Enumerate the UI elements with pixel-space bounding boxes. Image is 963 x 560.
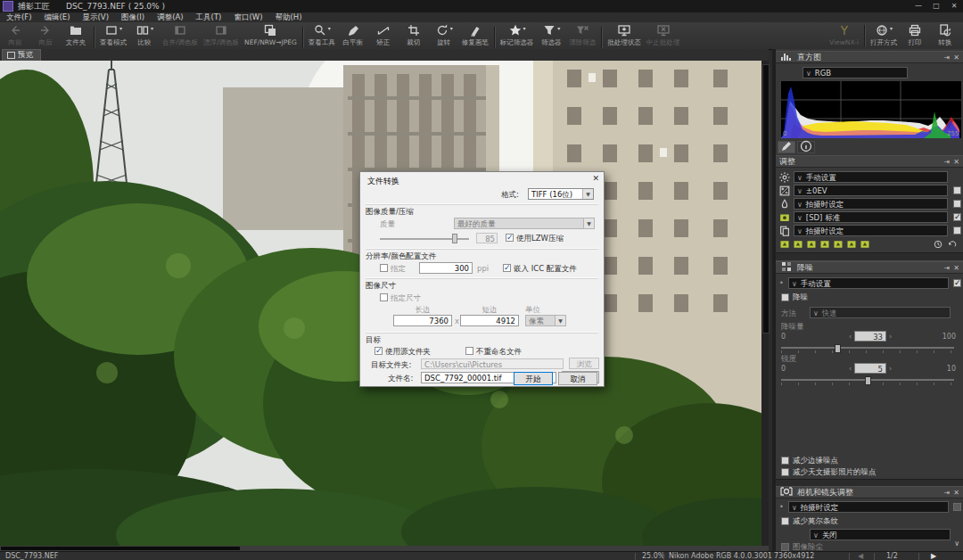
- nr-sharpness-increment[interactable]: ›: [889, 365, 892, 373]
- resolution-input[interactable]: 300: [419, 262, 473, 274]
- nr-method-select[interactable]: ∨快速: [810, 307, 951, 318]
- batch-status-label: 批处理状态: [607, 38, 641, 46]
- menu-item-7[interactable]: 帮助(H): [268, 12, 308, 22]
- rotate-button[interactable]: ▾旋转: [429, 22, 459, 46]
- adjust-shortcut-7-icon[interactable]: [860, 239, 870, 250]
- close-panel-icon[interactable]: ✕: [953, 54, 959, 62]
- edge-noise-checkbox[interactable]: [781, 457, 789, 465]
- close-panel-icon[interactable]: ✕: [953, 489, 959, 497]
- nr-amount-decrement[interactable]: ‹: [849, 333, 852, 341]
- nr-preset-select[interactable]: ∨手动设置: [788, 277, 949, 289]
- menu-item-0[interactable]: 文件(F): [0, 12, 38, 22]
- scroll-down-arrow[interactable]: ∨: [954, 539, 959, 548]
- close-panel-icon[interactable]: ✕: [953, 264, 959, 272]
- nr-sharpness-value[interactable]: 5: [854, 363, 886, 374]
- long-edge-input[interactable]: 7360: [393, 315, 452, 326]
- straighten-button[interactable]: 矫正: [368, 22, 399, 46]
- use-source-folder-checkbox[interactable]: [374, 347, 383, 355]
- picture-control-select[interactable]: ∨[SD] 标准: [794, 211, 948, 223]
- dialog-close-icon[interactable]: ✕: [592, 174, 599, 183]
- exposure-mode-select[interactable]: ∨手动设置: [794, 171, 948, 183]
- histogram-plot: 0 255: [781, 81, 961, 138]
- tab-info[interactable]: [797, 141, 815, 153]
- dock-icon[interactable]: ⇥: [944, 54, 951, 62]
- format-select[interactable]: TIFF (16位)▼: [528, 188, 594, 200]
- prev-image-button[interactable]: ◀: [858, 552, 863, 560]
- next-image-button[interactable]: ▶: [931, 552, 936, 560]
- vertical-scrollbar[interactable]: [761, 61, 769, 546]
- astro-noise-checkbox[interactable]: [781, 468, 789, 476]
- nr-method-label: 方法: [781, 309, 796, 319]
- nr-sharpness-slider-handle[interactable]: [865, 376, 871, 385]
- nr-amount-value[interactable]: 33: [854, 331, 886, 342]
- adjust-shortcut-3-icon[interactable]: [806, 239, 817, 250]
- lzw-checkbox[interactable]: [506, 234, 514, 242]
- stop-batch-button: 中止批处理: [644, 22, 683, 46]
- adjust-shortcut-4-icon[interactable]: [819, 239, 830, 250]
- convert-button[interactable]: 转换: [930, 22, 960, 46]
- start-button[interactable]: 开始: [514, 372, 553, 385]
- exposure-compensation-checkbox[interactable]: [953, 186, 961, 194]
- cancel-button[interactable]: 取消: [558, 372, 597, 385]
- menu-item-5[interactable]: 工具(T): [190, 12, 228, 22]
- picture-control-checkbox[interactable]: [953, 213, 961, 221]
- view-tool-button[interactable]: ▾查看工具: [306, 22, 338, 46]
- short-edge-input[interactable]: 4912: [460, 315, 519, 326]
- close-button[interactable]: ✕: [945, 0, 963, 12]
- retouch-brush-button[interactable]: 修复画笔: [459, 22, 491, 46]
- maximize-button[interactable]: □: [927, 0, 945, 12]
- specify-size-checkbox[interactable]: [380, 293, 388, 301]
- exposure-compensation-select[interactable]: ∨±0EV: [794, 185, 948, 196]
- histogram-channel-select[interactable]: ∨RGB: [802, 67, 908, 78]
- undo-icon[interactable]: [947, 239, 958, 250]
- dock-icon[interactable]: ⇥: [944, 489, 951, 497]
- copy-settings-checkbox[interactable]: [953, 226, 961, 235]
- minimize-button[interactable]: —: [910, 0, 927, 12]
- adjust-shortcut-1-icon[interactable]: [779, 239, 790, 250]
- moire-checkbox[interactable]: [781, 517, 789, 525]
- dock-icon[interactable]: ⇥: [944, 158, 951, 166]
- batch-status-button[interactable]: 批处理状态: [605, 22, 644, 46]
- exposure-icon: [778, 185, 791, 196]
- white-balance-button[interactable]: 白平衡: [338, 22, 368, 46]
- nr-preset-checkbox[interactable]: [953, 279, 961, 287]
- close-panel-icon[interactable]: ✕: [953, 158, 959, 166]
- tab-preview[interactable]: 预览: [2, 49, 41, 61]
- white-balance-select[interactable]: ∨拍摄时设定: [794, 198, 948, 210]
- open-with-button[interactable]: ▾打开方式: [868, 22, 900, 46]
- zoom-tool-icon: ▾: [313, 23, 331, 37]
- rating-filter-button[interactable]: ▾标记筛选器: [498, 22, 537, 46]
- clock-icon[interactable]: [933, 239, 943, 250]
- filter-button[interactable]: ▾筛选器: [536, 22, 566, 46]
- compare-button[interactable]: ▾比较: [129, 22, 160, 46]
- menu-item-6[interactable]: 窗口(W): [227, 12, 268, 22]
- dock-icon[interactable]: ⇥: [944, 264, 951, 272]
- print-button[interactable]: 打印: [900, 22, 930, 46]
- menu-item-3[interactable]: 图像(I): [115, 12, 151, 22]
- adjust-shortcut-6-icon[interactable]: [846, 239, 857, 250]
- icc-checkbox[interactable]: [503, 264, 511, 272]
- moire-level-select[interactable]: ∨关闭: [810, 529, 951, 540]
- view-mode-button[interactable]: ▾查看模式: [97, 22, 129, 46]
- copy-settings-select[interactable]: ∨拍摄时设定: [794, 225, 948, 236]
- horizontal-scrollbar-thumb[interactable]: [1, 547, 240, 550]
- nr-amount-slider[interactable]: [781, 347, 954, 349]
- camera-preset-select[interactable]: ∨拍摄时设定: [788, 501, 949, 513]
- nr-amount-slider-handle[interactable]: [835, 344, 841, 353]
- menu-item-1[interactable]: 编辑(E): [38, 12, 77, 22]
- adjust-shortcut-2-icon[interactable]: [793, 239, 803, 250]
- menu-item-4[interactable]: 调整(A): [151, 12, 189, 22]
- specify-resolution-checkbox[interactable]: [380, 264, 388, 272]
- tab-edit[interactable]: [778, 141, 795, 153]
- adjust-shortcut-5-icon[interactable]: [833, 239, 844, 250]
- menu-item-2[interactable]: 显示(V): [77, 12, 115, 22]
- crop-button[interactable]: 裁切: [399, 22, 429, 46]
- no-rename-checkbox[interactable]: [465, 347, 473, 355]
- nr-enable-checkbox[interactable]: [781, 293, 789, 301]
- white-balance-checkbox[interactable]: [953, 200, 961, 208]
- nef-to-jpeg-button[interactable]: NEF/NRW→JPEG: [242, 22, 300, 46]
- nr-sharpness-decrement[interactable]: ‹: [849, 365, 852, 373]
- nr-amount-increment[interactable]: ›: [889, 333, 892, 341]
- folder-button[interactable]: 文件夹: [61, 22, 91, 46]
- vertical-scrollbar-thumb[interactable]: [762, 64, 770, 334]
